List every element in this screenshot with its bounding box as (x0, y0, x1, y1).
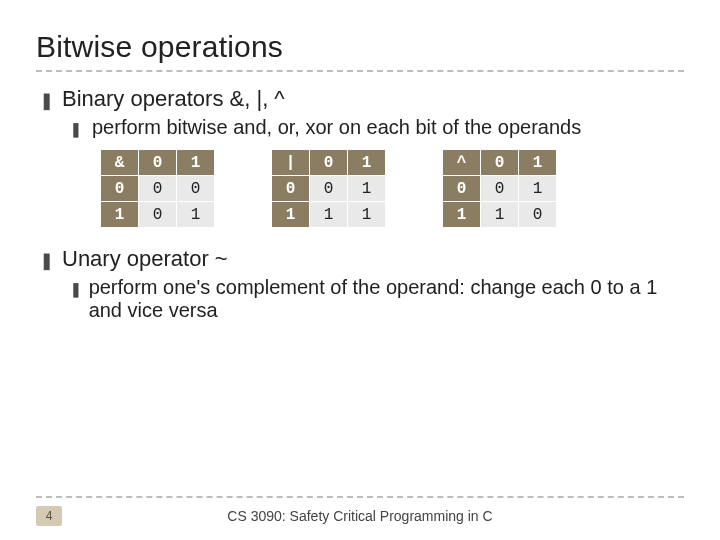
table-op-cell: & (101, 150, 139, 176)
table-col-header: 0 (481, 150, 519, 176)
table-row-header: 0 (443, 176, 481, 202)
table-op-cell: | (272, 150, 310, 176)
sub-bullet-text: perform one's complement of the operand:… (89, 276, 684, 322)
table-cell: 1 (310, 202, 348, 228)
table-row-header: 0 (272, 176, 310, 202)
table-row-header: 1 (272, 202, 310, 228)
table-op-cell: ^ (443, 150, 481, 176)
title-divider: Bitwise operations (36, 30, 684, 72)
truth-tables-row: & 0 1 0 0 0 1 0 1 | 0 1 0 0 (100, 149, 684, 228)
table-cell: 1 (348, 176, 386, 202)
bullet-icon: ❚ (70, 122, 92, 136)
table-cell: 0 (139, 202, 177, 228)
table-cell: 0 (310, 176, 348, 202)
table-cell: 1 (177, 202, 215, 228)
table-cell: 1 (348, 202, 386, 228)
bullet-unary-operator: ❚ Unary operator ~ (40, 246, 684, 272)
slide: Bitwise operations ❚ Binary operators &,… (0, 0, 720, 540)
sub-bullet-unary: ❚ perform one's complement of the operan… (70, 276, 684, 322)
bullet-text: Unary operator ~ (62, 246, 228, 272)
bullet-icon: ❚ (70, 282, 89, 296)
table-cell: 1 (519, 176, 557, 202)
table-col-header: 1 (519, 150, 557, 176)
sub-bullet-text: perform bitwise and, or, xor on each bit… (92, 116, 581, 139)
table-cell: 0 (519, 202, 557, 228)
table-cell: 1 (481, 202, 519, 228)
table-cell: 0 (177, 176, 215, 202)
bullet-icon: ❚ (40, 253, 62, 269)
bullet-text: Binary operators &, |, ^ (62, 86, 285, 112)
bullet-binary-operators: ❚ Binary operators &, |, ^ (40, 86, 684, 112)
table-row-header: 1 (443, 202, 481, 228)
table-col-header: 0 (139, 150, 177, 176)
table-col-header: 1 (177, 150, 215, 176)
table-row-header: 1 (101, 202, 139, 228)
bullet-icon: ❚ (40, 93, 62, 109)
table-cell: 0 (481, 176, 519, 202)
slide-footer: 4 CS 3090: Safety Critical Programming i… (36, 496, 684, 526)
table-cell: 0 (139, 176, 177, 202)
table-col-header: 0 (310, 150, 348, 176)
truth-table-or: | 0 1 0 0 1 1 1 1 (271, 149, 386, 228)
truth-table-and: & 0 1 0 0 0 1 0 1 (100, 149, 215, 228)
truth-table-xor: ^ 0 1 0 0 1 1 1 0 (442, 149, 557, 228)
table-col-header: 1 (348, 150, 386, 176)
table-row-header: 0 (101, 176, 139, 202)
course-label: CS 3090: Safety Critical Programming in … (36, 508, 684, 524)
sub-bullet-binary: ❚ perform bitwise and, or, xor on each b… (70, 116, 684, 139)
slide-title: Bitwise operations (36, 30, 684, 64)
